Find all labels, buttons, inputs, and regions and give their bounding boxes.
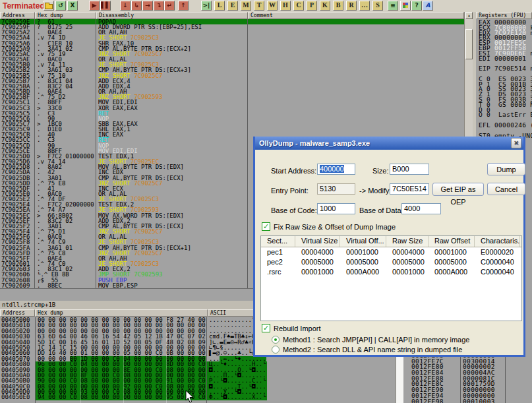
method1-radio[interactable] xyxy=(272,336,280,344)
disasm-row[interactable]: 7C9025C9. D1E0SHL EAX,1 xyxy=(0,127,464,132)
sections-column-header[interactable]: Virtual Size xyxy=(295,236,340,247)
dump-row[interactable]: 0040508096 00 00 C0 04 00 00 00 00 00 00… xyxy=(0,361,403,367)
trace-into-button[interactable]: → xyxy=(142,1,153,11)
sections-column-header[interactable]: Virtual Off... xyxy=(340,236,386,247)
disasm-row[interactable]: 7C9025BD. 0AE4OR AH,AH xyxy=(0,89,464,94)
handles-window-button[interactable]: H xyxy=(280,1,291,11)
disasm-row[interactable]: 7C90259F? 0175 25ADD DWORD PTR SS:[EBP+2… xyxy=(0,24,464,30)
disasm-row[interactable]: 7C9025BA. 83C2 04ADD EDX,4 xyxy=(0,84,464,89)
cpu-window-button[interactable]: C xyxy=(293,1,304,11)
column-header-comment[interactable]: Comment xyxy=(248,12,464,19)
dump-row[interactable]: 004050A000 00 00 00 8F 00 00 C0 08 00 00… xyxy=(0,373,403,378)
run-trace-window-button[interactable]: … xyxy=(359,1,370,11)
references-window-button[interactable]: R xyxy=(346,1,357,11)
size-input[interactable]: B000 xyxy=(390,164,429,175)
fix-raw-size-checkbox[interactable]: ✓ xyxy=(262,222,270,231)
column-header-hexdump[interactable]: Hex dump xyxy=(35,12,96,19)
section-row[interactable]: .rsrc000010000000A000000010000000A000C00… xyxy=(261,267,521,277)
appearance-button[interactable] xyxy=(400,1,411,11)
source-window-button[interactable]: S xyxy=(372,1,383,11)
until-return-button[interactable]: ↵ xyxy=(164,1,175,11)
column-header-address[interactable]: Address xyxy=(0,12,35,19)
disasm-hex-cell: . 3A61 03 xyxy=(35,67,96,73)
help-button[interactable]: ? xyxy=(411,1,422,11)
section-row[interactable]: pec100004000000010000000400000001000E000… xyxy=(261,247,521,257)
section-row[interactable]: pec200005000000050000000500000005000C000… xyxy=(261,257,521,267)
disasm-row[interactable]: 7C9025B5.v 75 10JNZ SHORT 7C9025C7 xyxy=(0,73,464,78)
disasm-row[interactable]: 7C9025B0.v 74 11JE SHORT 7C9025C3 xyxy=(0,62,464,67)
sections-table[interactable]: Sect...Virtual SizeVirtual Off...Raw Siz… xyxy=(260,235,522,321)
modify-input[interactable]: 7C50E514 xyxy=(390,183,429,195)
sections-column-header[interactable]: Raw Offset xyxy=(429,236,475,247)
method2-radio[interactable] xyxy=(272,346,280,354)
disasm-row[interactable]: 7C9025A4.v 74 1DJE SHORT 7C9025C3 xyxy=(0,35,464,40)
breakpoints-window-button[interactable]: B xyxy=(333,1,343,11)
open-file-button[interactable] xyxy=(44,1,54,11)
windows-window-button[interactable]: W xyxy=(267,1,278,11)
section-cell: 00005000 xyxy=(340,257,386,267)
disasm-row[interactable]: 7C9025B7. 83C1 04ADD ECX,4 xyxy=(0,78,464,84)
register-row[interactable]: EFL 00000246 (N xyxy=(476,123,532,128)
disasm-row[interactable]: 7C9025C3> 33C0XOR EAX,EAX xyxy=(0,106,464,111)
sections-column-header[interactable]: Charactaris... xyxy=(475,236,520,247)
trace-over-button[interactable]: ↴ xyxy=(154,1,164,11)
log-window-button[interactable]: L xyxy=(214,1,225,11)
patches-window-button[interactable]: P xyxy=(307,1,317,11)
restart-button[interactable]: ↺ xyxy=(55,1,66,11)
dump-row[interactable]: 004050E094 00 00 C0 08 00 00 00 00 00 00… xyxy=(0,394,403,400)
disasm-row[interactable]: 7C9025C5. C3RET xyxy=(0,111,464,116)
executables-window-button[interactable]: E xyxy=(227,1,238,11)
start-address-input[interactable]: 400000 xyxy=(317,164,355,175)
memory-window-button[interactable]: M xyxy=(241,1,251,11)
disasm-row[interactable]: 7C90259E? 61POPAD xyxy=(0,19,464,24)
sections-column-header[interactable]: Raw Size xyxy=(386,236,429,247)
step-into-button[interactable]: ↓ xyxy=(120,1,131,11)
get-eip-as-oep-button[interactable]: Get EIP as OEP xyxy=(432,183,484,196)
step-over-button[interactable]: ↳ xyxy=(131,1,142,11)
step-out-button[interactable]: ↑ xyxy=(178,1,189,11)
disasm-row[interactable]: 7C9025C7> 1BC0SBB EAX,EAX xyxy=(0,121,464,127)
dialog-titlebar[interactable]: OllyDump - malware_samp3.exe × xyxy=(255,137,523,150)
disasm-row[interactable]: 7C9025A2. 0AE4OR AH,AH xyxy=(0,30,464,35)
disasm-row[interactable]: 7C9025C6 90NOP xyxy=(0,116,464,121)
scroll-up-icon[interactable]: ▲ xyxy=(465,12,473,19)
disasm-row[interactable]: 7C9025C1. 8BFFMOV EDI,EDI xyxy=(0,100,464,105)
dump-row[interactable]: 004050D000 00 00 00 93 00 00 C0 08 00 00… xyxy=(0,389,403,394)
disasm-row[interactable]: 7C9025BF.^ 75 D2JNZ SHORT 7C902593 xyxy=(0,94,464,100)
register-row[interactable]: EDI 00000001 xyxy=(476,56,532,61)
dump-header-hex[interactable]: Hex dump xyxy=(35,309,208,317)
run-button[interactable]: ▶ xyxy=(89,1,100,11)
disasm-row[interactable]: 7C9025A6. C1E8 10SHR EAX,10 xyxy=(0,41,464,46)
stack-row[interactable]: 0012FE9800010003 xyxy=(405,399,532,403)
cancel-button[interactable]: Cancel xyxy=(487,183,525,195)
dump-header-address[interactable]: Address xyxy=(0,309,35,317)
disasm-comment-cell xyxy=(248,84,464,89)
scrollbar-thumb[interactable] xyxy=(465,29,473,59)
dump-row[interactable]: 004050C008 00 00 00 00 00 00 00 92 00 00… xyxy=(0,384,403,389)
dump-row[interactable]: 004050B090 00 00 C0 08 00 00 00 00 00 00… xyxy=(0,378,403,383)
rebuild-import-checkbox[interactable]: ✓ xyxy=(262,324,270,332)
pause-button[interactable]: ▌▌ xyxy=(100,1,111,11)
disasm-row[interactable]: 7C9025AE. 0AC0OR AL,AL xyxy=(0,57,464,62)
entry-point-input[interactable]: 5130 xyxy=(317,183,355,195)
threads-window-button[interactable]: T xyxy=(254,1,264,11)
column-header-disassembly[interactable]: Disassembly xyxy=(96,12,248,19)
register-row[interactable]: O 0 LastErr ER xyxy=(476,112,532,117)
dump-ascii-cell: ....У..└◘....... xyxy=(206,389,267,394)
sections-column-header[interactable]: Sect... xyxy=(261,236,295,247)
disasm-row[interactable]: 7C9025AC.v 75 19JNZ SHORT 7C9025C7 xyxy=(0,51,464,57)
sections-table-header[interactable]: Sect...Virtual SizeVirtual Off...Raw Siz… xyxy=(261,236,521,247)
call-stack-window-button[interactable]: K xyxy=(320,1,330,11)
close-program-button[interactable]: X xyxy=(67,1,78,11)
disasm-row[interactable]: 7C9025A9. 3A41 02CMP AL,BYTE PTR DS:[ECX… xyxy=(0,46,464,51)
execute-till-button[interactable]: >| xyxy=(201,1,212,11)
base-of-data-input[interactable]: 4000 xyxy=(401,203,441,214)
disasm-row[interactable]: 7C9025B2. 3A61 03CMP AH,BYTE PTR DS:[ECX… xyxy=(0,67,464,73)
windows-list-button[interactable]: ≡ xyxy=(388,1,398,11)
base-of-code-input[interactable]: 1000 xyxy=(317,203,355,214)
dump-row[interactable]: 0040509008 00 00 00 00 00 00 00 8E 00 00… xyxy=(0,367,403,373)
dump-button[interactable]: Dump xyxy=(487,163,525,175)
font-button[interactable]: A xyxy=(423,1,433,11)
register-row[interactable]: EIP 7C90E514 nt xyxy=(476,66,532,71)
close-icon[interactable]: × xyxy=(511,138,521,148)
